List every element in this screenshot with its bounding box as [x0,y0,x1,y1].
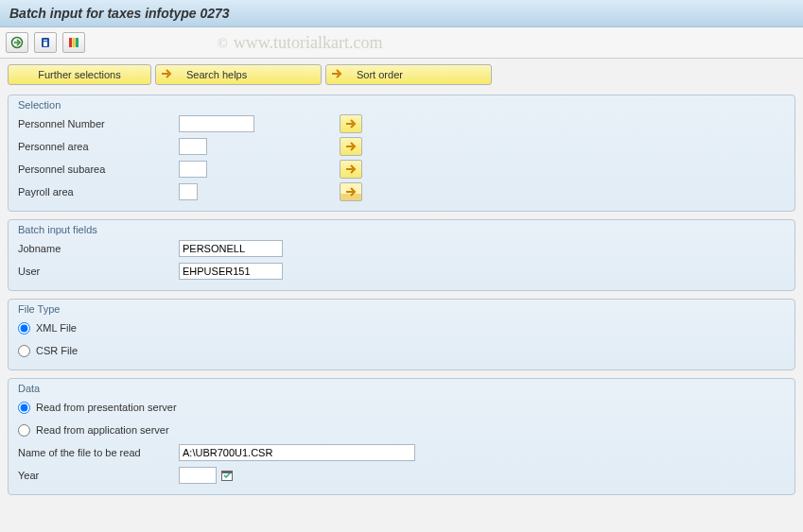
filename-label: Name of the file to be read [18,447,179,458]
arrow-right-icon [345,142,357,151]
personnel-number-label: Personnel Number [18,118,179,129]
batch-input-panel: Batch input fields Jobname User [8,219,795,291]
info-button[interactable] [34,32,57,53]
personnel-subarea-label: Personnel subarea [18,163,179,175]
payroll-area-input[interactable] [179,183,198,200]
user-label: User [18,266,179,277]
variant-button[interactable] [62,32,85,53]
data-title: Data [9,379,794,396]
further-selections-label: Further selections [38,69,120,80]
application-server-label: Read from application server [36,424,169,436]
button-row: Further selections Search helps Sort ord… [8,64,795,85]
svg-rect-5 [73,38,76,47]
page-title: Batch input for taxes infotype 0273 [9,6,230,21]
jobname-input[interactable] [179,240,283,257]
presentation-server-radio[interactable] [18,402,30,414]
personnel-area-more-button[interactable] [340,137,362,156]
arrow-right-icon [345,187,357,197]
application-server-radio[interactable] [18,424,30,437]
file-type-panel: File Type XML File CSR File [8,299,795,370]
toolbar [0,27,803,59]
user-input[interactable] [179,263,283,280]
year-input[interactable] [179,467,217,484]
svg-rect-3 [44,42,47,46]
selection-title: Selection [9,95,794,112]
csr-file-radio[interactable] [18,345,30,357]
personnel-number-input[interactable] [179,115,254,132]
execute-icon [10,36,24,49]
svg-rect-6 [76,38,79,47]
personnel-area-input[interactable] [179,138,207,155]
calendar-icon[interactable] [220,469,234,482]
batch-input-title: Batch input fields [9,220,794,237]
svg-rect-4 [69,38,72,47]
search-helps-label: Search helps [186,69,247,80]
content: Further selections Search helps Sort ord… [0,59,803,532]
file-type-title: File Type [9,300,794,317]
info-icon [39,36,52,49]
personnel-subarea-input[interactable] [179,161,207,178]
xml-file-label: XML File [36,322,77,334]
year-label: Year [18,470,179,481]
personnel-number-more-button[interactable] [340,114,362,133]
arrow-right-icon [330,68,343,81]
data-panel: Data Read from presentation server Read … [8,378,795,495]
arrow-right-icon [160,68,173,81]
personnel-subarea-more-button[interactable] [340,160,362,179]
payroll-area-more-button[interactable] [340,182,362,201]
filename-input[interactable] [179,444,415,461]
svg-rect-2 [44,40,47,41]
further-selections-button[interactable]: Further selections [8,64,151,85]
sort-order-label: Sort order [357,69,403,80]
sort-order-button[interactable]: Sort order [325,64,492,85]
xml-file-radio[interactable] [18,322,30,335]
execute-button[interactable] [6,32,28,53]
title-bar: Batch input for taxes infotype 0273 [0,0,803,27]
search-helps-button[interactable]: Search helps [155,64,322,85]
personnel-area-label: Personnel area [18,141,179,152]
selection-panel: Selection Personnel Number Personnel are… [8,94,795,212]
jobname-label: Jobname [18,243,179,254]
csr-file-label: CSR File [36,345,78,356]
presentation-server-label: Read from presentation server [36,402,177,413]
arrow-right-icon [345,164,357,174]
arrow-right-icon [345,119,357,129]
svg-rect-8 [222,472,233,474]
variant-icon [67,36,80,49]
payroll-area-label: Payroll area [18,186,179,197]
